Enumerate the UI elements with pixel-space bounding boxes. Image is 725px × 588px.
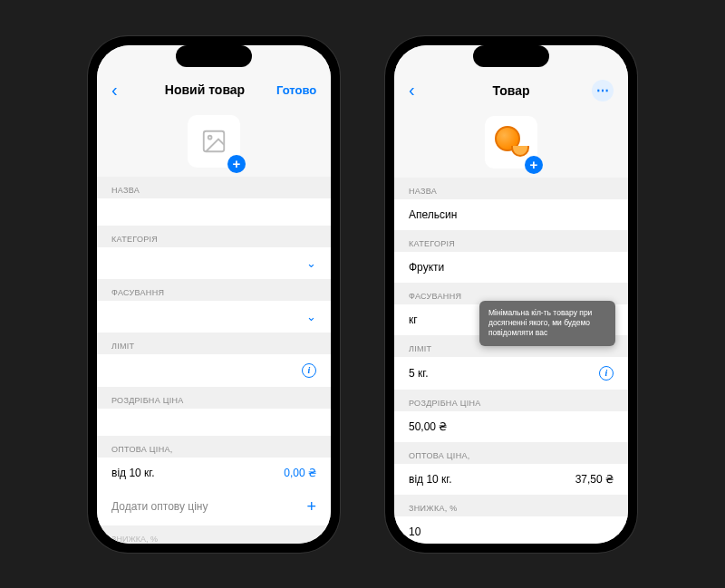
- retail-price-input[interactable]: [97, 409, 331, 436]
- info-icon[interactable]: i: [302, 363, 316, 378]
- label-name: НАЗВА: [97, 177, 331, 198]
- label-category: КАТЕГОРІЯ: [394, 230, 628, 252]
- product-image-slot: +: [394, 111, 628, 178]
- add-wholesale-label: Додати оптову ціну: [111, 500, 208, 513]
- page-title: Товар: [493, 83, 530, 98]
- label-limit: ЛІМІТ: [97, 333, 331, 354]
- product-image[interactable]: +: [485, 116, 537, 169]
- name-input[interactable]: Апельсин: [394, 199, 628, 230]
- wholesale-price-value: 37,50 ₴: [575, 473, 614, 486]
- back-button[interactable]: ‹: [409, 80, 430, 101]
- name-value: Апельсин: [409, 208, 457, 221]
- category-value: Фрукти: [409, 261, 444, 274]
- label-discount-cut: ЗНИЖКА, %: [97, 525, 331, 544]
- packaging-value: кг: [409, 313, 418, 326]
- packaging-select[interactable]: ⌄: [97, 301, 331, 333]
- product-image-slot: +: [97, 110, 331, 177]
- wholesale-from: від 10 кг.: [409, 473, 452, 486]
- label-retail: РОЗДРІБНА ЦІНА: [394, 390, 628, 411]
- form: НАЗВА Апельсин КАТЕГОРІЯ Фрукти ФАСУВАНН…: [394, 178, 628, 544]
- category-select[interactable]: Фрукти: [394, 252, 628, 283]
- screen-left: ‹ Новий товар Готово + НАЗВА КАТЕГОРІЯ: [97, 45, 331, 544]
- wholesale-from: від 10 кг.: [111, 467, 155, 479]
- wholesale-price-row[interactable]: від 10 кг. 0,00 ₴: [97, 458, 331, 488]
- orange-image: [493, 124, 529, 160]
- notch: [176, 45, 252, 67]
- label-packaging: ФАСУВАННЯ: [97, 279, 331, 301]
- done-button[interactable]: Готово: [276, 83, 316, 97]
- page-title: Новий товар: [165, 82, 245, 97]
- back-button[interactable]: ‹: [111, 80, 133, 101]
- add-image-button[interactable]: +: [227, 155, 246, 173]
- category-select[interactable]: ⌄: [97, 247, 331, 279]
- add-wholesale-button[interactable]: Додати оптову ціну +: [97, 488, 331, 525]
- limit-input[interactable]: 5 кг. i: [394, 357, 628, 390]
- discount-value: 10: [409, 525, 420, 538]
- notch: [473, 45, 549, 67]
- limit-value: 5 кг.: [409, 367, 429, 380]
- phone-right: ‹ Товар ⋯ + НАЗВА Апельсин КАТЕГОРІЯ Фру…: [385, 36, 637, 553]
- label-category: КАТЕГОРІЯ: [97, 226, 331, 247]
- image-placeholder-icon: [200, 128, 227, 155]
- chevron-down-icon: ⌄: [306, 256, 316, 270]
- screen-right: ‹ Товар ⋯ + НАЗВА Апельсин КАТЕГОРІЯ Фру…: [394, 45, 628, 544]
- limit-tooltip: Мінімальна кіл-ть товару при досягненні …: [479, 301, 615, 346]
- retail-value: 50,00 ₴: [409, 420, 447, 433]
- label-wholesale: ОПТОВА ЦІНА,: [97, 436, 331, 458]
- form: НАЗВА КАТЕГОРІЯ ⌄ ФАСУВАННЯ ⌄ ЛІМІТ i РО…: [97, 177, 331, 544]
- label-discount: ЗНИЖКА, %: [394, 495, 628, 516]
- chevron-down-icon: ⌄: [306, 310, 316, 323]
- label-name: НАЗВА: [394, 178, 628, 199]
- limit-input[interactable]: i: [97, 354, 331, 387]
- svg-point-1: [208, 135, 212, 139]
- info-icon[interactable]: i: [599, 366, 614, 381]
- label-retail: РОЗДРІБНА ЦІНА: [97, 387, 331, 409]
- phone-left: ‹ Новий товар Готово + НАЗВА КАТЕГОРІЯ: [88, 36, 340, 553]
- plus-icon: +: [306, 497, 316, 516]
- wholesale-price-row[interactable]: від 10 кг. 37,50 ₴: [394, 464, 628, 495]
- discount-input[interactable]: 10: [394, 516, 628, 544]
- more-button[interactable]: ⋯: [592, 80, 614, 101]
- retail-price-input[interactable]: 50,00 ₴: [394, 411, 628, 442]
- add-image-button[interactable]: +: [525, 156, 543, 174]
- label-wholesale: ОПТОВА ЦІНА,: [394, 442, 628, 464]
- wholesale-price-value: 0,00 ₴: [284, 467, 316, 479]
- name-input[interactable]: [97, 198, 331, 226]
- product-image-placeholder[interactable]: +: [188, 115, 240, 168]
